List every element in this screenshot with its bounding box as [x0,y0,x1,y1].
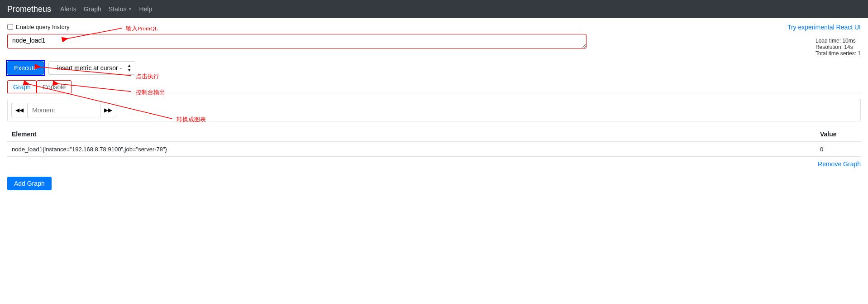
stat-load-time: Load time: 10ms [816,38,861,44]
history-checkbox-row[interactable]: Enable query history [7,24,70,30]
add-graph-row: Add Graph [7,177,861,190]
double-right-icon: ▶▶ [104,107,112,113]
navbar-nav: Alerts Graph Status ▼ Help [60,5,152,13]
tab-graph[interactable]: Graph [7,80,37,93]
metric-select-wrap: - insert metric at cursor - ▲▼ [48,61,135,75]
nav-graph[interactable]: Graph [84,5,101,13]
double-left-icon: ◀◀ [15,107,24,113]
metric-select[interactable]: - insert metric at cursor - [48,61,135,75]
execute-button[interactable]: Execute [7,61,44,75]
query-stats: Load time: 10ms Resolution: 14s Total ti… [816,38,861,57]
nav-status[interactable]: Status ▼ [109,5,132,13]
add-graph-button[interactable]: Add Graph [7,177,52,190]
result-table: Element Value node_load1{instance="192.1… [7,127,861,157]
controls-row: Execute - insert metric at cursor - ▲▼ [7,61,861,75]
navbar-brand[interactable]: Prometheus [7,5,51,14]
tab-console[interactable]: Console [37,80,72,93]
td-element: node_load1{instance="192.168.8.78:9100",… [7,142,816,157]
tabs: Graph Console [7,80,861,93]
th-value: Value [816,127,861,142]
time-prev-button[interactable]: ◀◀ [11,103,28,117]
history-checkbox-label: Enable query history [16,24,70,30]
query-row: Load time: 10ms Resolution: 14s Total ti… [7,34,861,57]
nav-help[interactable]: Help [139,5,152,13]
moment-input[interactable] [28,103,100,117]
nav-alerts[interactable]: Alerts [60,5,76,13]
react-ui-link[interactable]: Try experimental React UI [787,24,861,31]
main-container: Enable query history Try experimental Re… [0,18,868,196]
stat-total-series: Total time series: 1 [816,50,861,57]
remove-graph-link[interactable]: Remove Graph [7,160,861,168]
caret-down-icon: ▼ [128,7,132,11]
query-input[interactable] [7,34,587,48]
td-value: 0 [816,142,861,157]
table-header-row: Element Value [7,127,861,142]
time-controls: ◀◀ ▶▶ [7,99,861,121]
top-row: Enable query history Try experimental Re… [7,24,861,34]
table-row: node_load1{instance="192.168.8.78:9100",… [7,142,861,157]
time-next-button[interactable]: ▶▶ [100,103,116,117]
stat-resolution: Resolution: 14s [816,44,861,50]
th-element: Element [7,127,816,142]
navbar: Prometheus Alerts Graph Status ▼ Help [0,0,868,18]
nav-status-label: Status [109,5,127,13]
history-checkbox[interactable] [7,24,13,30]
